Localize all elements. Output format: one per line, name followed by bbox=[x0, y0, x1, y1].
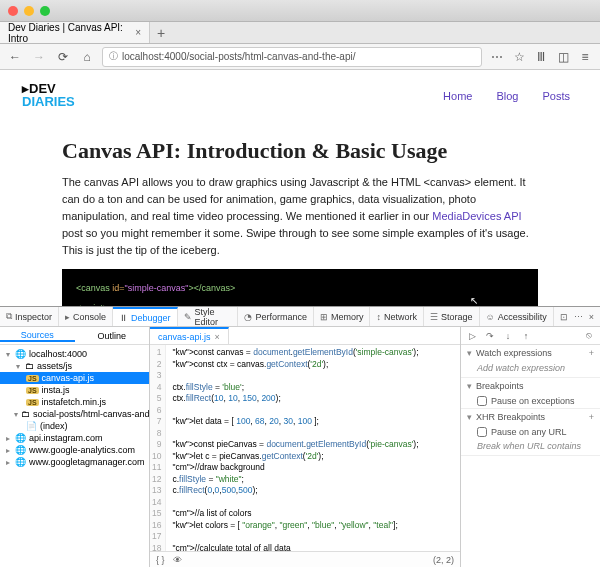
minimize-window-button[interactable] bbox=[24, 6, 34, 16]
tree-ext-instagram[interactable]: ▸🌐 api.instagram.com bbox=[0, 432, 149, 444]
debug-panel: ▷ ↷ ↓ ↑ ⦸ ▾Watch expressions+ Add watch … bbox=[460, 327, 600, 567]
new-tab-button[interactable]: + bbox=[150, 22, 172, 43]
site-nav: Home Blog Posts bbox=[443, 90, 570, 102]
step-over-button[interactable]: ↷ bbox=[483, 331, 497, 341]
sources-subtab-sources[interactable]: Sources bbox=[0, 330, 75, 342]
code-t4: ></canvas> bbox=[188, 283, 235, 293]
watch-placeholder[interactable]: Add watch expression bbox=[461, 361, 600, 377]
tracking-icon[interactable]: ⋯ bbox=[488, 48, 506, 66]
code-t3: "simple-canvas" bbox=[125, 283, 189, 293]
code-t5: <script> bbox=[76, 303, 108, 306]
forward-button[interactable]: → bbox=[30, 48, 48, 66]
devtools-dock-icon[interactable]: ⊡ bbox=[560, 312, 568, 322]
tree-file-canvas[interactable]: JS canvas-api.js bbox=[0, 372, 149, 384]
sources-tree: ▾🌐 localhost:4000 ▾🗀 assets/js JS canvas… bbox=[0, 345, 149, 567]
article-title: Canvas API: Introduction & Basic Usage bbox=[62, 138, 538, 164]
step-out-button[interactable]: ↑ bbox=[519, 331, 533, 341]
breakpoints-header[interactable]: ▾Breakpoints bbox=[461, 378, 600, 394]
back-button[interactable]: ← bbox=[6, 48, 24, 66]
library-icon[interactable]: Ⅲ bbox=[532, 48, 550, 66]
close-tab-icon[interactable]: × bbox=[135, 27, 141, 38]
inspector-icon: ⧉ bbox=[6, 311, 12, 322]
tree-file-index[interactable]: 📄 (index) bbox=[0, 420, 149, 432]
storage-icon: ☰ bbox=[430, 312, 438, 322]
dt-tab-perf[interactable]: ◔Performance bbox=[238, 307, 314, 326]
tree-file-insta[interactable]: JS insta.js bbox=[0, 384, 149, 396]
tree-folder-social[interactable]: ▾🗀 social-posts/html-canvas-and-the-api bbox=[0, 408, 149, 420]
line-gutter: 1234567891011121314151617181920212223242… bbox=[150, 345, 166, 551]
close-file-icon[interactable]: × bbox=[215, 332, 220, 342]
url-bar[interactable]: ⓘ localhost:4000/social-posts/html-canva… bbox=[102, 47, 482, 67]
dt-tab-network[interactable]: ↕Network bbox=[370, 307, 424, 326]
pause-exceptions-checkbox[interactable]: Pause on exceptions bbox=[461, 394, 600, 408]
dt-tab-memory[interactable]: ⊞Memory bbox=[314, 307, 371, 326]
code-t2: id= bbox=[112, 283, 124, 293]
resume-button[interactable]: ▷ bbox=[465, 331, 479, 341]
dt-tab-storage[interactable]: ☰Storage bbox=[424, 307, 480, 326]
perf-icon: ◔ bbox=[244, 312, 252, 322]
blackbox-icon[interactable]: 👁 bbox=[173, 555, 182, 565]
file-tab[interactable]: canvas-api.js× bbox=[150, 327, 229, 344]
tree-ext-ga[interactable]: ▸🌐 www.google-analytics.com bbox=[0, 444, 149, 456]
source-editor: canvas-api.js× 1234567891011121314151617… bbox=[150, 327, 460, 567]
devtools-tabstrip: ⧉Inspector ▸Console ⏸Debugger ✎Style Edi… bbox=[0, 307, 600, 327]
dt-tab-a11y[interactable]: ☺Accessibility bbox=[480, 307, 554, 326]
style-icon: ✎ bbox=[184, 312, 192, 322]
devtools-close-icon[interactable]: × bbox=[589, 312, 594, 322]
code-lines[interactable]: "kw">const canvas = document.getElementB… bbox=[166, 345, 418, 551]
editor-footer: { } 👁 (2, 2) bbox=[150, 551, 460, 567]
url-text: localhost:4000/social-posts/html-canvas-… bbox=[122, 51, 355, 62]
sidebar-icon[interactable]: ◫ bbox=[554, 48, 572, 66]
tree-ext-gtm[interactable]: ▸🌐 www.googletagmanager.com bbox=[0, 456, 149, 468]
info-icon: ⓘ bbox=[109, 50, 118, 63]
article-body: The canvas API allows you to draw graphi… bbox=[62, 174, 538, 259]
pretty-print-icon[interactable]: { } bbox=[156, 555, 165, 565]
para-text-2: post so you might remember it some. Swip… bbox=[62, 227, 529, 256]
dt-tab-inspector[interactable]: ⧉Inspector bbox=[0, 307, 59, 326]
sources-sidebar: Sources Outline ▾🌐 localhost:4000 ▾🗀 ass… bbox=[0, 327, 150, 567]
debugger-icon: ⏸ bbox=[119, 313, 128, 323]
window-titlebar bbox=[0, 0, 600, 22]
tree-file-instafetch[interactable]: JS instafetch.min.js bbox=[0, 396, 149, 408]
devtools-more-icon[interactable]: ⋯ bbox=[574, 312, 583, 322]
xhr-placeholder[interactable]: Break when URL contains bbox=[461, 439, 600, 455]
network-icon: ↕ bbox=[376, 312, 381, 322]
nav-blog[interactable]: Blog bbox=[496, 90, 518, 102]
memory-icon: ⊞ bbox=[320, 312, 328, 322]
pause-any-url-checkbox[interactable]: Pause on any URL bbox=[461, 425, 600, 439]
step-in-button[interactable]: ↓ bbox=[501, 331, 515, 341]
debug-controls: ▷ ↷ ↓ ↑ ⦸ bbox=[461, 327, 600, 345]
mediadevices-link[interactable]: MediaDevices API bbox=[432, 210, 521, 222]
browser-toolbar: ← → ⟳ ⌂ ⓘ localhost:4000/social-posts/ht… bbox=[0, 44, 600, 70]
tab-title: Dev Diaries | Canvas API: Intro bbox=[8, 22, 129, 44]
tree-host[interactable]: ▾🌐 localhost:4000 bbox=[0, 348, 149, 360]
code-t1: <canvas bbox=[76, 283, 112, 293]
deactivate-bp-button[interactable]: ⦸ bbox=[582, 330, 596, 341]
dt-tab-console[interactable]: ▸Console bbox=[59, 307, 113, 326]
xhr-bp-header[interactable]: ▾XHR Breakpoints+ bbox=[461, 409, 600, 425]
a11y-icon: ☺ bbox=[486, 312, 495, 322]
dt-tab-debugger[interactable]: ⏸Debugger bbox=[113, 307, 178, 326]
nav-home[interactable]: Home bbox=[443, 90, 472, 102]
add-xhr-bp-icon[interactable]: + bbox=[589, 412, 594, 422]
traffic-lights bbox=[8, 6, 50, 16]
home-button[interactable]: ⌂ bbox=[78, 48, 96, 66]
browser-tab[interactable]: Dev Diaries | Canvas API: Intro × bbox=[0, 22, 150, 43]
page-viewport: ▸DEV DIARIES Home Blog Posts Canvas API:… bbox=[0, 70, 600, 306]
reload-button[interactable]: ⟳ bbox=[54, 48, 72, 66]
zoom-window-button[interactable] bbox=[40, 6, 50, 16]
watch-header[interactable]: ▾Watch expressions+ bbox=[461, 345, 600, 361]
menu-icon[interactable]: ≡ bbox=[576, 48, 594, 66]
code-snippet: <canvas id="simple-canvas"></canvas> <sc… bbox=[62, 269, 538, 306]
console-icon: ▸ bbox=[65, 312, 70, 322]
dt-tab-style[interactable]: ✎Style Editor bbox=[178, 307, 239, 326]
add-watch-icon[interactable]: + bbox=[589, 348, 594, 358]
close-window-button[interactable] bbox=[8, 6, 18, 16]
cursor-icon: ↖ bbox=[470, 295, 478, 306]
tree-folder-assets[interactable]: ▾🗀 assets/js bbox=[0, 360, 149, 372]
browser-tabstrip: Dev Diaries | Canvas API: Intro × + bbox=[0, 22, 600, 44]
sources-subtab-outline[interactable]: Outline bbox=[75, 331, 150, 341]
cursor-position: (2, 2) bbox=[433, 555, 454, 565]
bookmark-icon[interactable]: ☆ bbox=[510, 48, 528, 66]
nav-posts[interactable]: Posts bbox=[542, 90, 570, 102]
